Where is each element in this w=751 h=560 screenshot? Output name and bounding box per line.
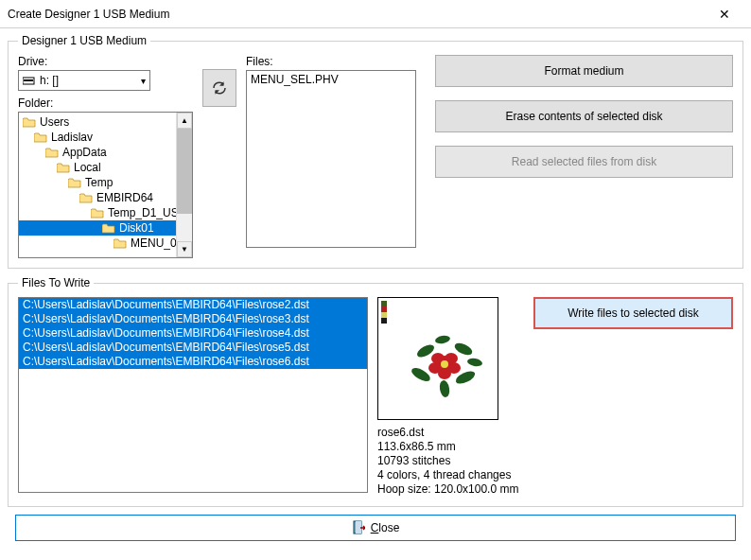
tree-scrollbar[interactable]: ▲ ▼ bbox=[176, 113, 192, 257]
close-label: Close bbox=[371, 521, 400, 534]
tree-item[interactable]: Local bbox=[19, 160, 192, 175]
files-to-write-group: Files To Write C:\Users\Ladislav\Documen… bbox=[8, 276, 743, 507]
write-files-button[interactable]: Write files to selected disk bbox=[533, 297, 733, 329]
door-icon bbox=[352, 520, 365, 535]
tree-item-label: EMBIRD64 bbox=[96, 191, 153, 204]
preview-colors: 4 colors, 4 thread changes bbox=[377, 468, 524, 482]
write-files-label: Write files to selected disk bbox=[568, 306, 699, 320]
window-close-button[interactable]: ✕ bbox=[706, 7, 743, 22]
drive-icon bbox=[23, 76, 36, 85]
list-item[interactable]: C:\Users\Ladislav\Documents\EMBIRD64\Fil… bbox=[19, 326, 367, 341]
designer-group: Designer 1 USB Medium Drive: h: [] ▾ Fol… bbox=[8, 34, 743, 269]
folder-icon bbox=[23, 117, 36, 128]
read-files-button: Read selected files from disk bbox=[435, 146, 733, 178]
scroll-down-icon[interactable]: ▼ bbox=[177, 241, 192, 257]
folder-icon bbox=[114, 238, 127, 249]
folder-tree[interactable]: UsersLadislavAppDataLocalTempEMBIRD64Tem… bbox=[18, 112, 193, 258]
preview-filename: rose6.dst bbox=[377, 426, 524, 440]
tree-item[interactable]: Temp_D1_USB bbox=[19, 205, 192, 220]
folder-icon bbox=[68, 178, 81, 188]
designer-group-title: Designer 1 USB Medium bbox=[18, 34, 150, 47]
read-files-label: Read selected files from disk bbox=[512, 155, 656, 168]
close-button[interactable]: Close bbox=[15, 515, 736, 541]
svg-point-7 bbox=[434, 335, 450, 345]
drive-value: h: [] bbox=[40, 74, 59, 87]
tree-item[interactable]: EMBIRD64 bbox=[19, 190, 192, 205]
color-swatch bbox=[381, 318, 387, 324]
tree-item-label: Ladislav bbox=[51, 131, 93, 144]
folder-icon bbox=[57, 163, 70, 173]
folder-icon bbox=[45, 148, 59, 158]
refresh-icon bbox=[211, 79, 228, 96]
erase-contents-button[interactable]: Erase contents of selected disk bbox=[435, 100, 733, 132]
svg-point-14 bbox=[438, 368, 451, 379]
tree-item[interactable]: Temp bbox=[19, 175, 192, 190]
window-title: Create Designer 1 USB Medium bbox=[8, 8, 706, 21]
tree-item-label: Disk01 bbox=[119, 221, 154, 235]
chevron-down-icon: ▾ bbox=[141, 76, 146, 86]
scroll-up-icon[interactable]: ▲ bbox=[177, 113, 192, 129]
preview-stitches: 10793 stitches bbox=[377, 454, 524, 468]
write-file-list[interactable]: C:\Users\Ladislav\Documents\EMBIRD64\Fil… bbox=[18, 297, 368, 493]
list-item[interactable]: C:\Users\Ladislav\Documents\EMBIRD64\Fil… bbox=[19, 355, 367, 369]
files-listbox[interactable]: MENU_SEL.PHV bbox=[246, 70, 416, 248]
files-to-write-title: Files To Write bbox=[18, 276, 94, 289]
svg-point-8 bbox=[466, 358, 482, 368]
list-item[interactable]: C:\Users\Ladislav\Documents\EMBIRD64\Fil… bbox=[19, 312, 367, 326]
preview-hoop: Hoop size: 120.0x100.0 mm bbox=[377, 482, 524, 497]
drive-label: Drive: bbox=[18, 55, 150, 68]
tree-item[interactable]: Disk01 bbox=[19, 220, 192, 236]
svg-point-6 bbox=[439, 379, 451, 397]
svg-point-15 bbox=[441, 360, 448, 368]
tree-item-label: Users bbox=[40, 115, 69, 129]
tree-item-label: Temp_D1_USB bbox=[108, 206, 186, 219]
tree-item[interactable]: Ladislav bbox=[19, 130, 192, 145]
folder-label: Folder: bbox=[18, 96, 193, 110]
file-item[interactable]: MENU_SEL.PHV bbox=[251, 73, 411, 86]
erase-contents-label: Erase contents of selected disk bbox=[505, 110, 662, 123]
folder-icon bbox=[91, 208, 104, 219]
folder-icon bbox=[79, 193, 93, 203]
drive-select[interactable]: h: [] ▾ bbox=[18, 70, 150, 91]
tree-item-label: AppData bbox=[62, 146, 107, 159]
list-item[interactable]: C:\Users\Ladislav\Documents\EMBIRD64\Fil… bbox=[19, 341, 367, 355]
folder-icon bbox=[34, 132, 47, 143]
tree-item[interactable]: AppData bbox=[19, 145, 192, 160]
preview-size: 113.6x86.5 mm bbox=[377, 440, 524, 454]
preview-thumbnail bbox=[377, 297, 498, 420]
tree-item[interactable]: MENU_01 bbox=[19, 236, 192, 251]
format-medium-label: Format medium bbox=[544, 64, 623, 78]
files-label: Files: bbox=[246, 55, 416, 68]
flower-image bbox=[407, 332, 482, 398]
tree-item-label: Temp bbox=[85, 176, 113, 189]
refresh-button[interactable] bbox=[202, 69, 236, 107]
format-medium-button[interactable]: Format medium bbox=[435, 55, 733, 87]
tree-item[interactable]: Users bbox=[19, 114, 192, 130]
tree-item-label: Local bbox=[74, 161, 101, 174]
folder-icon bbox=[102, 223, 115, 234]
list-item[interactable]: C:\Users\Ladislav\Documents\EMBIRD64\Fil… bbox=[19, 298, 367, 312]
scroll-thumb[interactable] bbox=[177, 129, 192, 214]
titlebar: Create Designer 1 USB Medium ✕ bbox=[0, 0, 751, 28]
svg-rect-1 bbox=[24, 79, 33, 81]
